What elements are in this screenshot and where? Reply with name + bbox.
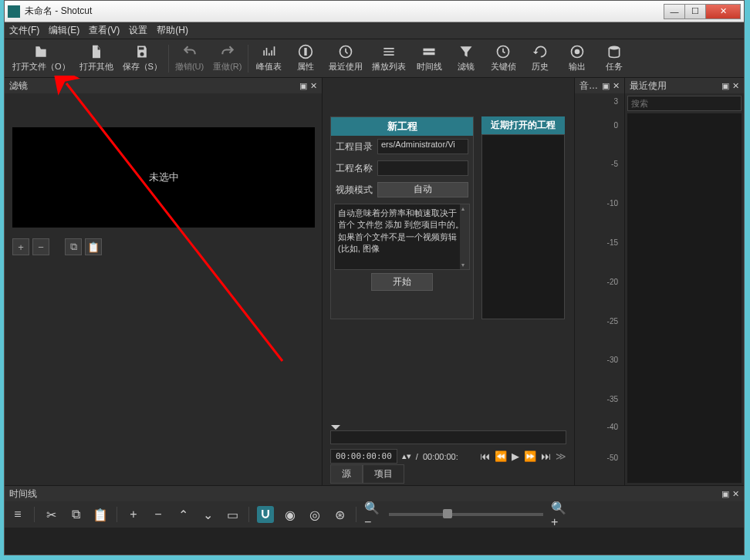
audio-scale: 3 0 -5 -10 -15 -20 -25 -30 -35 -40 -50: [575, 93, 624, 485]
redo-button[interactable]: 重做(R): [208, 42, 246, 75]
main-area: 滤镜▣ ✕ 未选中 + − ⧉ 📋 新工程 工程目录ers/Administra…: [5, 78, 744, 485]
copy-icon[interactable]: ⧉: [67, 506, 84, 523]
tab-project[interactable]: 项目: [363, 464, 404, 484]
new-project-header: 新工程: [331, 117, 473, 136]
minimize-button[interactable]: —: [664, 4, 685, 19]
filter-preview: 未选中: [12, 127, 315, 228]
total-time: 00:00:00:: [423, 452, 458, 461]
remove-icon[interactable]: −: [150, 506, 167, 523]
undo-button[interactable]: 撤销(U): [171, 42, 208, 75]
save-button[interactable]: 保存（S）: [118, 42, 167, 75]
video-mode-select[interactable]: 自动: [377, 182, 468, 197]
open-other-button[interactable]: 打开其他: [75, 42, 118, 75]
current-time[interactable]: 00:00:00:00: [330, 449, 397, 464]
tab-source[interactable]: 源: [330, 464, 363, 484]
app-window: 未命名 - Shotcut — ☐ ✕ 文件(F) 编辑(E) 查看(V) 设置…: [4, 0, 745, 555]
remove-filter-button[interactable]: −: [32, 238, 49, 255]
project-dir-input[interactable]: ers/Administrator/Vi: [377, 139, 468, 154]
ripple-all-icon[interactable]: ⊛: [331, 506, 348, 523]
zoom-slider[interactable]: [389, 513, 543, 516]
main-toolbar: 打开文件（O） 打开其他 保存（S） 撤销(U) 重做(R) 峰值表 属性 最近…: [5, 39, 744, 78]
app-icon: [8, 5, 20, 18]
close-panel-icon[interactable]: ✕: [732, 489, 739, 499]
timeline-button[interactable]: 时间线: [410, 42, 448, 75]
maximize-button[interactable]: ☐: [684, 4, 706, 19]
titlebar: 未命名 - Shotcut — ☐ ✕: [5, 1, 744, 22]
undock-icon[interactable]: ▣: [299, 81, 307, 91]
recent-projects-header: 近期打开的工程: [481, 116, 565, 134]
overwrite-icon[interactable]: ▭: [224, 506, 241, 523]
close-button[interactable]: ✕: [705, 4, 741, 19]
window-title: 未命名 - Shotcut: [25, 5, 92, 18]
svg-point-4: [610, 46, 620, 50]
start-button[interactable]: 开始: [371, 273, 433, 291]
scrollbar[interactable]: [460, 204, 469, 269]
playlist-button[interactable]: 播放列表: [367, 42, 410, 75]
append-icon[interactable]: +: [125, 506, 142, 523]
filters-panel: 滤镜▣ ✕ 未选中 + − ⧉ 📋: [5, 78, 323, 485]
paste-filter-button[interactable]: 📋: [85, 238, 102, 255]
menu-icon[interactable]: ≡: [9, 506, 26, 523]
play-button[interactable]: ▶: [512, 450, 519, 462]
skip-next-button[interactable]: ⏭: [541, 450, 551, 462]
rewind-button[interactable]: ⏪: [495, 450, 507, 462]
menu-edit[interactable]: 编辑(E): [49, 24, 79, 37]
timeline-tracks[interactable]: [5, 528, 744, 555]
copy-filter-button[interactable]: ⧉: [65, 238, 82, 255]
undock-icon[interactable]: ▣: [721, 81, 729, 91]
properties-button[interactable]: 属性: [287, 42, 324, 75]
center-panel: 新工程 工程目录ers/Administrator/Vi 工程名称 视频模式自动…: [323, 78, 574, 485]
playback-controls: 00:00:00:00 ▴▾ / 00:00:00: ⏮ ⏪ ▶ ⏩ ⏭ ≫: [330, 430, 566, 464]
timeline-toolbar: ≡ ✂ ⧉ 📋 + − ⌃ ⌄ ▭ ◉ ◎ ⊛ 🔍− 🔍+: [5, 501, 744, 528]
jobs-button[interactable]: 任务: [596, 42, 633, 75]
timeline-panel: 时间线▣ ✕ ≡ ✂ ⧉ 📋 + − ⌃ ⌄ ▭ ◉ ◎ ⊛ 🔍− 🔍+: [5, 485, 744, 555]
menu-settings[interactable]: 设置: [129, 24, 147, 37]
forward-button[interactable]: ⏩: [524, 450, 536, 462]
new-project-panel: 新工程 工程目录ers/Administrator/Vi 工程名称 视频模式自动…: [330, 116, 474, 319]
paste-icon[interactable]: 📋: [92, 506, 109, 523]
project-name-input[interactable]: [377, 160, 468, 176]
peak-meter-button[interactable]: 峰值表: [250, 42, 287, 75]
recent-search-input[interactable]: [627, 96, 742, 111]
more-button[interactable]: ≫: [556, 450, 566, 462]
keyframes-button[interactable]: 关键侦: [485, 42, 522, 75]
menu-view[interactable]: 查看(V): [89, 24, 120, 37]
undock-icon[interactable]: ▣: [721, 489, 729, 499]
zoom-in-icon[interactable]: 🔍+: [551, 506, 568, 523]
menu-file[interactable]: 文件(F): [9, 24, 39, 37]
recent-projects-panel: 近期打开的工程: [481, 116, 565, 319]
cut-icon[interactable]: ✂: [42, 506, 59, 523]
filters-button[interactable]: 滤镜: [448, 42, 485, 75]
history-button[interactable]: 历史: [522, 42, 559, 75]
recent-projects-list[interactable]: [481, 134, 565, 319]
zoom-out-icon[interactable]: 🔍−: [364, 506, 381, 523]
insert-icon[interactable]: ⌄: [199, 506, 216, 523]
recent-panel: 最近使用▣✕: [624, 78, 744, 485]
recent-list[interactable]: [627, 113, 742, 483]
close-panel-icon[interactable]: ✕: [310, 81, 317, 91]
ripple-icon[interactable]: ◎: [306, 506, 323, 523]
open-file-button[interactable]: 打开文件（O）: [8, 42, 75, 75]
menubar: 文件(F) 编辑(E) 查看(V) 设置 帮助(H): [5, 22, 744, 39]
skip-prev-button[interactable]: ⏮: [480, 450, 490, 462]
lift-icon[interactable]: ⌃: [174, 506, 191, 523]
add-filter-button[interactable]: +: [12, 238, 29, 255]
svg-point-3: [576, 50, 579, 54]
scrub-icon[interactable]: ◉: [282, 506, 299, 523]
snap-icon[interactable]: [257, 506, 274, 523]
project-description: 自动意味着分辨率和帧速取决于 首个 文件您 添加 到您项目中的。如果首个文件不是…: [334, 204, 470, 270]
close-panel-icon[interactable]: ✕: [613, 81, 620, 91]
audio-meter-panel: 音…▣✕ 3 0 -5 -10 -15 -20 -25 -30 -35 -40 …: [574, 78, 624, 485]
time-stepper[interactable]: ▴▾: [402, 451, 411, 461]
menu-help[interactable]: 帮助(H): [157, 24, 188, 37]
undock-icon[interactable]: ▣: [602, 81, 610, 91]
close-panel-icon[interactable]: ✕: [732, 81, 739, 91]
filters-title: 滤镜: [9, 79, 28, 93]
seek-track[interactable]: [330, 430, 566, 444]
export-button[interactable]: 输出: [559, 42, 596, 75]
recent-button[interactable]: 最近使用: [324, 42, 367, 75]
